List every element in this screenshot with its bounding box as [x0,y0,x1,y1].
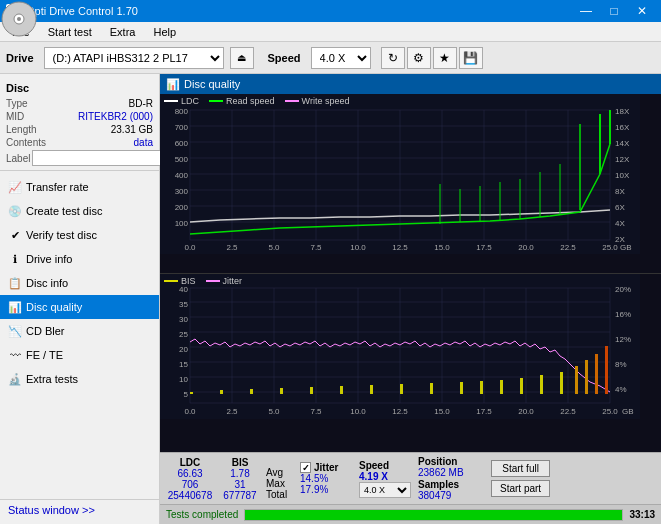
cd-bler-icon: 📉 [8,324,22,338]
svg-rect-93 [575,366,578,394]
sidebar-item-disc-quality[interactable]: 📊 Disc quality [0,295,159,319]
sidebar-item-label-cd-bler: CD Bler [26,325,65,337]
svg-text:18X: 18X [615,107,630,116]
svg-text:16X: 16X [615,123,630,132]
legend-read-speed-label: Read speed [226,96,275,106]
svg-text:25.0: 25.0 [602,407,618,416]
jitter-header-row: ✓ Jitter [300,462,355,473]
svg-text:8%: 8% [615,360,627,369]
svg-rect-80 [250,389,253,394]
ldc-header: LDC [180,457,201,468]
transfer-rate-icon: 📈 [8,180,22,194]
svg-text:4X: 4X [615,219,625,228]
settings-button[interactable]: ⚙ [407,47,431,69]
fe-te-icon: 〰 [8,348,22,362]
sidebar-item-drive-info[interactable]: ℹ Drive info [0,247,159,271]
svg-rect-94 [585,360,588,394]
bottom-chart-svg: 40 35 30 25 20 15 10 5 20% 16% 12% 8% 4%… [160,274,640,419]
eject-button[interactable]: ⏏ [230,47,254,69]
status-window-button[interactable]: Status window >> [0,499,159,520]
sidebar-item-create-test-disc[interactable]: 💿 Create test disc [0,199,159,223]
legend-jitter-label: Jitter [223,276,243,286]
drive-select[interactable]: (D:) ATAPI iHBS312 2 PL17 [44,47,224,69]
mid-label: MID [6,111,24,122]
legend-ldc-label: LDC [181,96,199,106]
speed-dropdown[interactable]: 4.0 X [359,482,411,498]
minimize-button[interactable]: — [573,2,599,20]
speed-section: Speed 4.19 X 4.0 X [359,460,414,498]
svg-text:100: 100 [175,219,189,228]
svg-text:40: 40 [179,285,188,294]
sidebar-item-verify-test-disc[interactable]: ✔ Verify test disc [0,223,159,247]
ldc-total: 25440678 [168,490,213,501]
contents-value: data [134,137,153,148]
sidebar-item-fe-te[interactable]: 〰 FE / TE [0,343,159,367]
app-title: Opti Drive Control 1.70 [26,5,138,17]
sidebar-item-disc-info[interactable]: 📋 Disc info [0,271,159,295]
save-button[interactable]: 💾 [459,47,483,69]
favorite-button[interactable]: ★ [433,47,457,69]
start-part-button[interactable]: Start part [491,480,550,497]
svg-text:500: 500 [175,155,189,164]
speed-select[interactable]: 4.0 X 8.0 X 12.0 X [311,47,371,69]
svg-rect-92 [560,372,563,394]
svg-text:600: 600 [175,139,189,148]
ldc-avg: 66.63 [177,468,202,479]
refresh-button[interactable]: ↻ [381,47,405,69]
menu-help[interactable]: Help [145,24,184,40]
sidebar-item-label-drive-info: Drive info [26,253,72,265]
type-value: BD-R [129,98,153,109]
label-input[interactable] [32,150,165,166]
sidebar-item-cd-bler[interactable]: 📉 CD Bler [0,319,159,343]
progress-label: Tests completed [166,509,238,520]
svg-text:7.5: 7.5 [310,243,322,252]
legend-bis-label: BIS [181,276,196,286]
svg-text:25: 25 [179,330,188,339]
bis-avg: 1.78 [230,468,249,479]
menu-start-test[interactable]: Start test [40,24,100,40]
svg-rect-86 [430,383,433,394]
svg-text:GB: GB [622,407,634,416]
titlebar-controls[interactable]: — □ ✕ [573,2,655,20]
jitter-checkbox[interactable]: ✓ [300,462,311,473]
jitter-section: ✓ Jitter 14.5% 17.9% [300,462,355,495]
progress-time: 33:13 [629,509,655,520]
start-buttons: Start full Start part [491,460,550,497]
progress-bar-area: Tests completed 33:13 [160,504,661,524]
svg-rect-79 [220,390,223,394]
avg-label: Avg [266,467,283,478]
ldc-column: LDC 66.63 706 25440678 [166,457,214,501]
row-labels: Avg Max Total [266,467,296,500]
close-button[interactable]: ✕ [629,2,655,20]
svg-text:200: 200 [175,203,189,212]
speed-label: Speed [268,52,301,64]
svg-text:15.0: 15.0 [434,243,450,252]
main-layout: Disc Type BD-R MID RITEKBR2 (000) Length… [0,74,661,524]
svg-text:10.0: 10.0 [350,407,366,416]
svg-text:8X: 8X [615,187,625,196]
svg-rect-84 [370,385,373,394]
create-test-disc-icon: 💿 [8,204,22,218]
svg-rect-91 [540,375,543,394]
svg-text:20%: 20% [615,285,631,294]
svg-text:0.0: 0.0 [184,243,196,252]
sidebar-item-transfer-rate[interactable]: 📈 Transfer rate [0,175,159,199]
sidebar-item-extra-tests[interactable]: 🔬 Extra tests [0,367,159,391]
content-area: 📊 Disc quality LDC Read speed [160,74,661,524]
maximize-button[interactable]: □ [601,2,627,20]
start-full-button[interactable]: Start full [491,460,550,477]
svg-rect-85 [400,384,403,394]
menu-extra[interactable]: Extra [102,24,144,40]
jitter-avg: 14.5% [300,473,355,484]
svg-text:300: 300 [175,187,189,196]
drivebar: Drive (D:) ATAPI iHBS312 2 PL17 ⏏ Speed … [0,42,661,74]
label-text: Label [6,153,30,164]
verify-test-disc-icon: ✔ [8,228,22,242]
svg-text:800: 800 [175,107,189,116]
sidebar-item-label-transfer-rate: Transfer rate [26,181,89,193]
svg-text:6X: 6X [615,203,625,212]
bottom-chart: BIS Jitter [160,274,661,453]
chart-area: LDC Read speed Write speed [160,94,661,452]
svg-text:12.5: 12.5 [392,407,408,416]
svg-rect-95 [595,354,598,394]
